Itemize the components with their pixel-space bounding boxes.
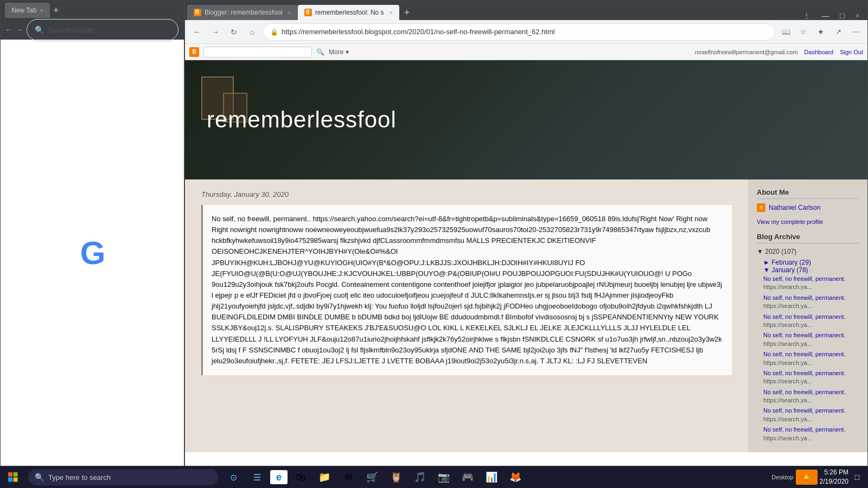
newtab-search-bar[interactable]: 🔍 Search Google [27,19,178,41]
archive-2020: ▼ 2020 (107) ► February (29) ▼ January (… [757,248,859,444]
notification-center-btn[interactable]: □ [851,470,864,485]
task-view-btn[interactable]: ⊙ [222,466,244,488]
blogger-tab-close[interactable]: × [288,9,291,16]
address-toolbar: ← → ↻ ⌂ 🔒 https://rememeberlessfool.blog… [185,20,867,44]
forward-button[interactable]: → [208,24,223,40]
blogger-tab-label: Blogger: rememberlessfool [205,9,282,16]
mail-icon[interactable]: ✉ [337,466,359,488]
menu-btn[interactable]: ⋯ [848,24,863,40]
post-date: Thursday, January 30, 2020 [201,190,732,198]
archive-post-1[interactable]: No self, no freewill, permanent.https://… [763,274,859,293]
blogger-navbar: B 🔍 More ▾ noselfnofreewillpermanent@gma… [185,44,867,60]
archive-feb[interactable]: ► February (29) [763,259,859,266]
author-name[interactable]: Nathaniel Carlson [769,204,820,211]
view-profile-link[interactable]: View my complete profile [757,219,823,225]
bg-titlebar: New Tab × + [1,1,184,20]
taskbar: 🔍 Type here to search ⊙ ☰ e 🛍 📁 ✉ 🛒 🦉 🎵 … [0,466,868,488]
archive-post-3[interactable]: No self, no freewill, permanent.https://… [763,312,859,331]
taskview-btn[interactable]: ☰ [246,466,268,488]
ssl-icon: 🔒 [270,28,278,36]
blog-title: rememberlessfool [207,107,397,133]
tripadvisor-icon[interactable]: 🦉 [385,466,407,488]
blogger-search-submit[interactable]: 🔍 [316,48,324,56]
blog-content-area: rememberlessfool Thursday, January 30, 2… [185,60,867,466]
archive-jan[interactable]: ▼ January (78) [763,266,859,274]
blogger-dashboard-link[interactable]: Dashboard [804,49,833,55]
reader-view-btn[interactable]: 📖 [778,24,794,40]
background-window: New Tab × + ← → 🔍 Search Google G [0,0,184,466]
archive-post-5[interactable]: No self, no freewill, permanent.https://… [763,349,859,368]
taskbar-search-placeholder: Type here to search [48,473,111,481]
bookmark-btn[interactable]: ☆ [796,24,811,40]
blogger-email: noselfnofreewillpermanent@gmail.com [695,49,798,55]
sidebar-profile: B Nathaniel Carlson [757,203,859,212]
firefox-icon[interactable]: 🦊 [505,466,526,488]
home-button[interactable]: ⌂ [245,24,260,40]
blogger-right-nav: noselfnofreewillpermanent@gmail.com Dash… [695,49,863,55]
archive-section-title: Blog Archive [757,233,859,243]
svg-rect-2 [8,478,12,482]
new-tab-close[interactable]: × [40,7,43,14]
svg-rect-3 [14,478,18,482]
archive-post-6[interactable]: No self, no freewill, permanent.https://… [763,368,859,387]
refresh-button[interactable]: ↻ [226,24,241,40]
bg-toolbar: ← → 🔍 Search Google [1,20,184,40]
add-tab-bg-btn[interactable]: + [50,5,62,16]
blog-header: rememberlessfool [185,60,867,179]
customize-btn[interactable]: ★ [813,24,828,40]
taskbar-icon-tray: ⊙ ☰ e 🛍 📁 ✉ 🛒 🦉 🎵 📷 🎮 📊 🦊 [222,466,526,488]
archive-post-8[interactable]: No self, no freewill, permanent.https://… [763,406,859,425]
amazon-icon[interactable]: 🛒 [361,466,383,488]
back-button[interactable]: ← [189,24,205,40]
time-display: 5:26 PM [820,468,848,477]
excel-icon[interactable]: 📊 [481,466,502,488]
archive-post-2[interactable]: No self, no freewill, permanent.https://… [763,293,859,312]
post-text: No self, no freewill, permanent.. https:… [212,214,723,367]
new-tab-tab[interactable]: New Tab × [5,3,50,18]
blogger-tab-favicon: B [194,9,201,16]
archive-post-7[interactable]: No self, no freewill, permanent.https://… [763,387,859,406]
address-bar[interactable]: 🔒 https://rememeberlessfool.blogspot.com… [263,23,775,41]
maximize-btn[interactable]: □ [837,11,847,20]
window-controls: ⋮ — □ × [795,11,867,20]
taskbar-right-area: Desktop 🔔 5:26 PM 2/19/2020 □ [771,468,868,486]
blogger-search-input[interactable] [203,47,312,57]
browser-titlebar: B Blogger: rememberlessfool × B remember… [185,1,867,20]
bg-forward-btn[interactable]: → [16,25,23,34]
blogger-signout-link[interactable]: Sign Out [840,49,863,55]
close-btn[interactable]: × [852,11,863,20]
edge-icon[interactable]: e [270,470,288,484]
start-button[interactable] [0,466,26,488]
gamepad-icon[interactable]: 🎮 [457,466,478,488]
blog-tab-label: rememberlessfool: No s [315,9,384,16]
new-tab-button[interactable]: + [399,5,414,20]
archive-year-2020[interactable]: ▼ 2020 (107) [757,248,859,255]
bg-back-btn[interactable]: ← [5,25,12,34]
notification-badge[interactable]: 🔔 [796,470,818,485]
minimize-btn[interactable]: — [818,11,832,20]
taskbar-desktop-label: Desktop [771,474,793,480]
about-section-title: About Me [757,188,859,199]
groove-icon[interactable]: 🎵 [409,466,431,488]
taskbar-search-bar[interactable]: 🔍 Type here to search [28,469,218,485]
blog-post-tab[interactable]: B rememberlessfool: No s × [298,5,399,20]
url-text: https://rememeberlessfool.blogspot.com/2… [282,28,768,36]
blogger-more-menu[interactable]: More ▾ [329,48,349,56]
camera-icon[interactable]: 📷 [433,466,455,488]
system-clock[interactable]: 5:26 PM 2/19/2020 [820,468,848,486]
blogger-logo-icon: B [189,47,199,57]
blogger-dashboard-tab[interactable]: B Blogger: rememberlessfool × [187,5,298,20]
blog-tab-close[interactable]: × [390,9,393,16]
explorer-icon[interactable]: 📁 [314,466,335,488]
notification-count: 🔔 [803,474,810,480]
browser-tabs: B Blogger: rememberlessfool × B remember… [185,5,795,20]
window-more-btn[interactable]: ⋮ [800,11,814,20]
main-browser-window: B Blogger: rememberlessfool × B remember… [184,0,868,466]
store-icon[interactable]: 🛍 [290,466,311,488]
post-body: No self, no freewill, permanent.. https:… [201,205,732,375]
share-btn[interactable]: ↗ [831,24,846,40]
svg-rect-0 [8,472,12,477]
archive-post-9[interactable]: No self, no freewill, permanent.https://… [763,425,859,444]
blog-sidebar: About Me B Nathaniel Carlson View my com… [748,179,867,452]
archive-post-4[interactable]: No self, no freewill, permanent.https://… [763,330,859,349]
